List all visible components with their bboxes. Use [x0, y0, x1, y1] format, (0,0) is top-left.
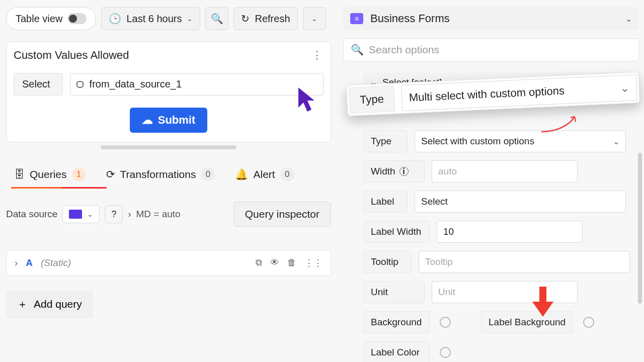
right-pane: ≡ Business Forms ⌄ 🔍 Search options ⌄ Se…	[337, 0, 644, 362]
add-query-label: Add query	[34, 298, 82, 310]
type-label: Type	[363, 130, 408, 152]
label-background-label: Label Background	[481, 311, 573, 333]
unit-placeholder: Unit	[438, 287, 455, 298]
label-background-color-picker[interactable]	[583, 317, 594, 328]
label-row: Label Select	[363, 191, 639, 213]
plus-icon: ＋	[17, 297, 28, 311]
label-width-input[interactable]: 10	[437, 221, 583, 243]
panel-plugin-title: Business Forms	[370, 12, 450, 25]
unit-label: Unit	[363, 281, 425, 303]
refresh-group: ↻ Refresh ⌄	[233, 7, 326, 30]
toggle-switch[interactable]	[67, 13, 87, 24]
query-letter: A	[26, 257, 33, 268]
panel-menu-button[interactable]: ⋮	[311, 49, 323, 62]
label-color-label: Label Color	[363, 341, 430, 362]
tab-transformations[interactable]: ⟳ Transformations 0	[106, 167, 215, 182]
copy-icon[interactable]: ⧉	[256, 257, 262, 268]
options-search[interactable]: 🔍 Search options	[343, 38, 639, 61]
chevron-down-icon: ⌄	[311, 15, 317, 23]
submit-button[interactable]: ☁ Submit	[130, 108, 208, 133]
query-item[interactable]: › A (Static) ⧉ 👁 🗑 ⋮⋮	[6, 250, 331, 276]
unit-input[interactable]: Unit	[432, 281, 578, 303]
search-icon: 🔍	[351, 44, 364, 56]
float-type-value: Multi select with custom options	[409, 84, 565, 105]
chevron-right-icon: ›	[15, 257, 18, 268]
cloud-upload-icon: ☁	[142, 114, 153, 127]
label-color-picker[interactable]	[440, 347, 451, 358]
tab-label: Transformations	[120, 168, 196, 180]
width-label: Width i	[363, 160, 425, 183]
label-width-row: Label Width 10	[363, 221, 639, 243]
refresh-button[interactable]: ↻ Refresh	[233, 7, 297, 30]
width-value: auto	[438, 166, 457, 177]
select-value: from_data_source_1	[90, 78, 182, 90]
panel-title: Custom Values Allowed	[14, 49, 324, 62]
label-width-label: Label Width	[363, 221, 430, 243]
tooltip-label: Tooltip	[363, 251, 412, 273]
zoom-out-button[interactable]: 🔍	[205, 7, 228, 30]
tab-count: 0	[280, 167, 294, 182]
select-row: Select from_data_source_1	[14, 73, 324, 96]
background-row: Background Label Background	[363, 311, 639, 333]
query-toolbar: Data source ⌄ ? › MD = auto Query inspec…	[6, 202, 331, 227]
search-placeholder: Search options	[369, 44, 439, 56]
width-input[interactable]: auto	[432, 160, 578, 183]
tab-count: 0	[201, 167, 215, 182]
info-icon[interactable]: i	[399, 167, 409, 176]
md-text: MD = auto	[136, 209, 180, 220]
panel-scrollbar[interactable]	[101, 145, 236, 149]
background-color-picker[interactable]	[440, 317, 451, 328]
query-item-actions: ⧉ 👁 🗑 ⋮⋮	[256, 257, 323, 268]
label-input[interactable]: Select	[415, 191, 626, 213]
trash-icon[interactable]: 🗑	[287, 257, 296, 268]
label-width-value: 10	[443, 226, 454, 237]
float-type-label: Type	[349, 85, 395, 114]
refresh-interval-button[interactable]: ⌄	[303, 7, 326, 30]
table-view-label: Table view	[16, 13, 62, 25]
time-range-button[interactable]: 🕒 Last 6 hours ⌄	[101, 7, 200, 30]
transform-icon: ⟳	[106, 168, 115, 180]
submit-label: Submit	[158, 114, 196, 127]
options-area: ⌄ Select [select] 🗑 ⋮⋮ Type Multi select…	[343, 72, 639, 354]
drag-handle-icon[interactable]: ⋮⋮	[304, 257, 323, 268]
panel-plugin-icon: ≡	[350, 13, 363, 24]
tooltip-placeholder: Tooltip	[425, 256, 453, 267]
chevron-right-icon: ›	[128, 209, 131, 220]
panel-card: Custom Values Allowed ⋮ Select from_data…	[6, 41, 331, 142]
tooltip-row: Tooltip Tooltip	[363, 251, 639, 273]
options-scrollbar[interactable]	[638, 153, 642, 304]
type-select[interactable]: Select with custom options	[415, 130, 626, 152]
swoosh-annotation	[539, 113, 582, 135]
type-row: Type Select with custom options	[363, 130, 639, 152]
label-field-label: Label	[363, 191, 408, 213]
chevron-down-icon: ⌄	[625, 14, 632, 24]
query-inspector-label: Query inspector	[245, 208, 319, 220]
refresh-icon: ↻	[241, 13, 250, 25]
help-button[interactable]: ?	[105, 205, 123, 223]
tooltip-input[interactable]: Tooltip	[419, 251, 630, 273]
table-view-toggle[interactable]: Table view	[6, 7, 96, 30]
tab-alert[interactable]: 🔔 Alert 0	[235, 167, 294, 182]
select-field[interactable]: from_data_source_1	[70, 73, 324, 96]
panel-header[interactable]: ≡ Business Forms ⌄	[343, 7, 639, 30]
data-source-select[interactable]: ⌄	[62, 205, 100, 223]
chevron-down-icon: ⌄	[187, 15, 193, 23]
tab-underline	[11, 187, 107, 189]
type-value: Select with custom options	[421, 136, 534, 147]
time-range-label: Last 6 hours	[126, 13, 182, 25]
zoom-out-icon: 🔍	[211, 13, 223, 25]
unit-row: Unit Unit	[363, 281, 639, 303]
eye-icon[interactable]: 👁	[270, 257, 279, 268]
background-label: Background	[363, 311, 430, 333]
database-icon	[76, 81, 84, 88]
chevron-down-icon: ⌄	[620, 81, 629, 95]
tab-count: 1	[72, 167, 86, 182]
width-row: Width i auto	[363, 160, 639, 183]
add-query-button[interactable]: ＋ Add query	[6, 290, 93, 318]
database-icon: 🗄	[14, 168, 25, 180]
tab-queries[interactable]: 🗄 Queries 1	[14, 167, 86, 182]
query-inspector-button[interactable]: Query inspector	[233, 202, 331, 227]
top-toolbar: Table view 🕒 Last 6 hours ⌄ 🔍 ↻ Refresh	[6, 7, 331, 30]
datasource-swatch	[69, 210, 82, 219]
tab-label: Alert	[253, 168, 275, 180]
